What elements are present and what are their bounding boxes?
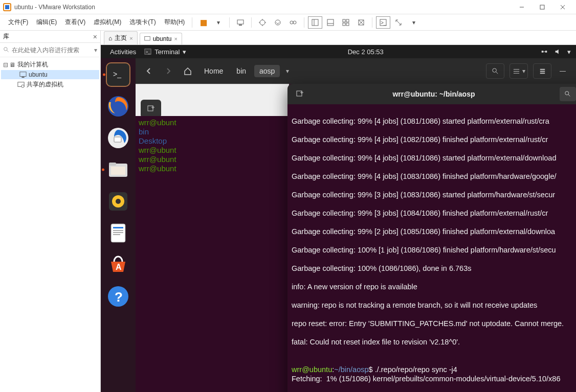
sound-icon[interactable] [554,48,561,55]
tree-vm-ubuntu[interactable]: ubuntu [1,70,99,79]
dock-rhythmbox[interactable] [106,189,130,214]
svg-rect-48 [113,230,123,231]
menu-edit[interactable]: 编辑(E) [32,16,61,29]
maximize-button[interactable] [532,1,552,14]
files-min-button[interactable]: — [555,63,571,79]
tree-shared[interactable]: 共享的虚拟机 [1,79,99,90]
svg-point-23 [4,48,8,51]
pause-dropdown-icon[interactable]: ▾ [211,16,226,29]
svg-rect-16 [343,19,345,22]
tree-root[interactable]: ⊟ 🖥 我的计算机 [1,59,99,70]
new-tab-button[interactable] [292,87,308,101]
pause-vm-button[interactable]: ▮▮ [196,16,210,29]
crumb-bin[interactable]: bin [231,65,251,77]
nav-forward-button[interactable] [160,63,176,79]
svg-point-45 [116,199,121,204]
svg-rect-17 [346,19,349,22]
crumb-home[interactable]: Home [199,65,228,77]
terminal-header: wrr@ubuntu: ~/bin/aosp — [287,84,576,104]
svg-rect-14 [327,19,334,26]
svg-rect-32 [542,51,544,53]
chevron-down-icon: ▾ [183,48,186,56]
menu-tabs[interactable]: 选项卡(T) [125,16,160,29]
tab-close-icon[interactable]: × [129,35,132,41]
close-button[interactable] [552,1,573,14]
menu-help[interactable]: 帮助(H) [160,16,189,29]
menu-view[interactable]: 查看(V) [61,16,90,29]
svg-point-11 [293,21,296,24]
tab-ubuntu[interactable]: ubuntu × [140,33,182,44]
crumb-dropdown-icon[interactable]: ▾ [283,67,292,75]
svg-rect-39 [114,137,121,142]
nav-back-button[interactable] [141,63,157,79]
svg-rect-25 [20,72,26,77]
tab-home[interactable]: ⌂ 主页 × [104,31,138,44]
tab-close-icon[interactable]: × [174,36,177,42]
search-dropdown-icon[interactable]: ▾ [94,47,97,54]
dock-help[interactable]: ? [106,284,130,309]
svg-text:A: A [116,263,122,271]
library-sidebar: 库 × ▾ ⊟ 🖥 我的计算机 ubuntu [0,31,101,392]
svg-rect-29 [144,37,150,41]
terminal-body[interactable]: Garbage collecting: 99% [4 jobs] (1081/1… [287,104,576,392]
view-single-icon[interactable] [308,16,322,29]
sidebar-close-icon[interactable]: × [93,33,97,41]
snapshot-take-icon[interactable] [255,16,270,29]
stretch-dropdown-icon[interactable]: ▾ [407,16,421,29]
svg-text:>_: >_ [381,20,387,26]
ubuntu-desktop[interactable]: Activities >_ Terminal ▾ Dec 2 05:53 ▾ >… [101,45,576,392]
dock-thunderbird[interactable] [106,126,130,150]
svg-rect-6 [237,20,243,24]
clock[interactable]: Dec 2 05:53 [190,48,541,56]
fullscreen-icon[interactable]: >_ [376,16,390,29]
svg-text:>_: >_ [146,50,151,54]
home-icon[interactable] [180,63,196,79]
files-view-button[interactable]: ▾ [509,63,528,79]
expand-icon[interactable]: ⊟ [3,61,8,68]
dock-files[interactable] [106,157,130,182]
search-icon [3,47,10,53]
view-console-icon[interactable] [323,16,338,29]
svg-rect-42 [111,167,125,175]
window-title: ubuntu - VMware Workstation [14,4,95,11]
gnome-topbar: Activities >_ Terminal ▾ Dec 2 05:53 ▾ [101,45,576,58]
vm-icon [19,71,27,78]
svg-point-54 [492,68,496,72]
stretch-icon[interactable] [391,16,406,29]
svg-rect-49 [113,232,123,233]
files-toolbar: Home bin aosp ▾ ▾ — [136,58,576,84]
terminal-title: wrr@ubuntu: ~/bin/aosp [312,90,556,98]
svg-rect-19 [346,23,349,26]
view-unity-icon[interactable] [354,16,368,29]
crumb-aosp[interactable]: aosp [254,65,280,77]
menu-vm[interactable]: 虚拟机(M) [90,16,125,29]
minimize-button[interactable] [512,1,532,14]
svg-rect-47 [113,227,123,228]
dock-software[interactable]: A [106,252,130,277]
svg-rect-1 [5,5,9,9]
files-search-button[interactable] [486,63,504,79]
view-thumbnail-icon[interactable] [339,16,353,29]
dock-writer[interactable] [106,221,130,245]
snapshot-revert-icon[interactable] [271,16,285,29]
sidebar-search[interactable]: ▾ [0,43,100,57]
svg-line-69 [568,95,570,97]
svg-rect-12 [312,19,318,26]
vm-tabs: ⌂ 主页 × ubuntu × [101,31,576,45]
dock-firefox[interactable] [106,94,130,119]
dock-terminal[interactable]: >_ [106,62,130,87]
menu-file[interactable]: 文件(F) [4,16,32,29]
snapshot-manage-icon[interactable] [286,16,300,29]
new-tab-button-bg[interactable] [141,100,161,118]
files-menu-button[interactable] [533,63,551,79]
system-menu-icon[interactable]: ▾ [567,48,571,56]
vmware-menubar: 文件(F) 编辑(E) 查看(V) 虚拟机(M) 选项卡(T) 帮助(H) ▮▮… [0,14,576,31]
network-icon[interactable] [541,48,548,55]
svg-rect-3 [540,5,544,9]
send-cad-icon[interactable] [233,16,248,29]
activities-button[interactable]: Activities [106,48,140,56]
app-menu[interactable]: >_ Terminal ▾ [140,48,190,56]
terminal-search-button[interactable] [560,87,576,101]
svg-rect-65 [297,91,302,96]
search-input[interactable] [12,47,94,54]
